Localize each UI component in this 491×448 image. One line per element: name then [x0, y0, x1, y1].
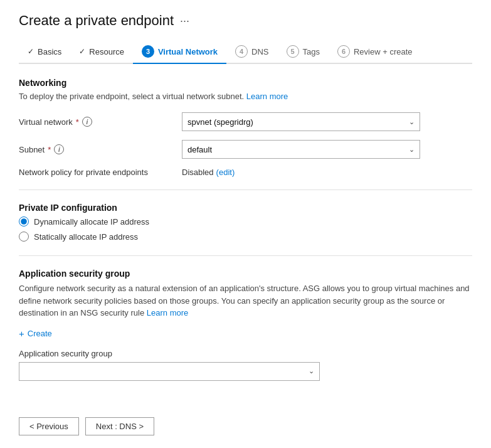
page-title: Create a private endpoint	[19, 13, 174, 29]
previous-button[interactable]: < Previous	[19, 417, 79, 435]
networking-title: Networking	[19, 78, 472, 88]
virtual-network-label: Virtual network * i	[19, 117, 182, 127]
vnet-chevron-icon: ⌄	[409, 118, 414, 126]
tab-dns[interactable]: 4 DNS	[226, 40, 277, 64]
tab-resource-check: ✓	[79, 47, 85, 56]
asg-field-label: Application security group	[19, 349, 472, 358]
create-asg-button[interactable]: + Create	[19, 328, 52, 339]
tab-vnet-label: Virtual Network	[158, 47, 218, 56]
tab-tags-label: Tags	[303, 47, 320, 56]
network-policy-row: Network policy for private endpoints Dis…	[19, 168, 472, 177]
radio-dynamic-input[interactable]	[19, 216, 29, 227]
tab-vnet-number: 3	[142, 45, 154, 58]
tab-basics-label: Basics	[38, 47, 61, 56]
tab-basics[interactable]: ✓ Basics	[19, 42, 70, 63]
network-policy-edit-link[interactable]: (edit)	[216, 168, 235, 177]
tab-review-number: 6	[337, 45, 350, 58]
network-policy-label: Network policy for private endpoints	[19, 168, 182, 177]
subnet-row: Subnet * i default ⌄	[19, 140, 472, 159]
private-ip-section: Private IP configuration Dynamically all…	[19, 203, 472, 242]
divider-1	[19, 189, 472, 190]
radio-static-input[interactable]	[19, 232, 29, 242]
tab-virtual-network[interactable]: 3 Virtual Network	[133, 40, 226, 64]
asg-dropdown[interactable]: ⌄	[19, 362, 320, 381]
network-policy-value: Disabled	[182, 168, 214, 177]
bottom-bar: < Previous Next : DNS >	[19, 417, 154, 435]
vnet-required-star: *	[76, 117, 79, 127]
tab-tags-number: 5	[287, 45, 299, 58]
vnet-info-icon[interactable]: i	[82, 117, 92, 127]
learn-more-networking-link[interactable]: Learn more	[246, 92, 288, 101]
private-ip-title: Private IP configuration	[19, 203, 472, 213]
radio-static[interactable]: Statically allocate IP address	[19, 232, 472, 242]
plus-icon: +	[19, 328, 24, 339]
tab-resource[interactable]: ✓ Resource	[70, 42, 133, 63]
tab-tags[interactable]: 5 Tags	[278, 40, 329, 64]
tab-resource-label: Resource	[89, 47, 124, 56]
tab-review[interactable]: 6 Review + create	[329, 40, 421, 64]
virtual-network-row: Virtual network * i spvnet (spegridrg) ⌄	[19, 112, 472, 131]
tab-review-label: Review + create	[354, 47, 413, 56]
asg-section: Application security group Configure net…	[19, 269, 472, 381]
tab-dns-label: DNS	[251, 47, 268, 56]
tab-basics-check: ✓	[28, 47, 34, 56]
learn-more-asg-link[interactable]: Learn more	[147, 308, 188, 317]
next-dns-button[interactable]: Next : DNS >	[85, 417, 154, 435]
radio-dynamic-label: Dynamically allocate IP address	[34, 217, 149, 227]
asg-title: Application security group	[19, 269, 472, 279]
subnet-chevron-icon: ⌄	[409, 146, 414, 154]
radio-dynamic[interactable]: Dynamically allocate IP address	[19, 216, 472, 227]
tab-dns-number: 4	[235, 45, 248, 58]
networking-subtitle: To deploy the private endpoint, select a…	[19, 92, 472, 101]
networking-section: Networking To deploy the private endpoin…	[19, 78, 472, 177]
wizard-tabs: ✓ Basics ✓ Resource 3 Virtual Network 4 …	[19, 40, 472, 64]
virtual-network-dropdown[interactable]: spvnet (spegridrg) ⌄	[182, 112, 420, 131]
subnet-label: Subnet * i	[19, 144, 182, 154]
subnet-dropdown[interactable]: default ⌄	[182, 140, 420, 159]
asg-chevron-icon: ⌄	[309, 367, 314, 375]
subnet-required-star: *	[48, 145, 51, 154]
divider-2	[19, 255, 472, 256]
radio-static-label: Statically allocate IP address	[34, 232, 138, 242]
subnet-info-icon[interactable]: i	[54, 144, 64, 154]
asg-description: Configure network security as a natural …	[19, 282, 470, 319]
more-options-icon[interactable]: ···	[180, 14, 189, 28]
